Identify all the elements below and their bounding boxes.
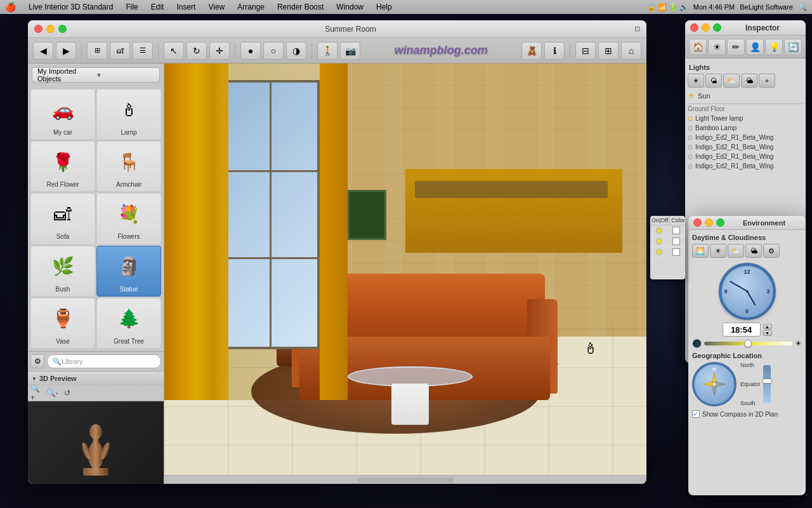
object-statue[interactable]: 🗿 Statue xyxy=(96,246,161,297)
view-menu[interactable]: View xyxy=(206,2,227,12)
color-swatch-2[interactable] xyxy=(672,237,680,245)
furniture-btn[interactable]: 🛋 xyxy=(110,42,130,60)
light-name-3: Indigo_Ed2_R1_Beta_Wing xyxy=(695,134,773,141)
onoff-toggle-1 xyxy=(652,227,667,234)
file-menu[interactable]: File xyxy=(123,2,140,12)
back-button[interactable]: ◀ xyxy=(33,42,53,60)
zoom-in-button[interactable]: 🔍+ xyxy=(30,387,43,399)
render-boost-menu[interactable]: Render Boost xyxy=(275,2,326,12)
env-close-btn[interactable] xyxy=(693,218,702,227)
latitude-slider-handle[interactable] xyxy=(762,378,772,384)
object-lamp[interactable]: 🕯 Lamp xyxy=(96,89,161,140)
light-item-2[interactable]: Bamboo Lamp xyxy=(688,123,803,133)
objects-dropdown[interactable]: My Imported Objects ▼ xyxy=(32,67,160,83)
info-btn[interactable]: ℹ xyxy=(544,42,565,60)
select-tool[interactable]: ↖ xyxy=(164,42,184,60)
object-armchair[interactable]: 🪑 Armchair xyxy=(96,141,161,192)
onoff-header: On|Off Color xyxy=(650,216,685,225)
light-indicator-3[interactable] xyxy=(656,249,662,255)
env-btn-custom[interactable]: ⚙ xyxy=(763,244,780,258)
brightness-handle[interactable] xyxy=(744,340,752,347)
env-min-btn[interactable] xyxy=(705,218,713,227)
light-mode-btn-3[interactable]: ⛅ xyxy=(723,74,740,88)
light-indicator-1[interactable] xyxy=(656,227,662,234)
object-flowers[interactable]: 💐 Flowers xyxy=(96,193,161,244)
preview-header[interactable]: ▼ 3D Preview xyxy=(28,371,164,385)
forward-button[interactable]: ▶ xyxy=(56,42,76,60)
light-item-5[interactable]: Indigo_Ed2_R1_Beta_Wing xyxy=(688,152,803,161)
floor-plan-btn[interactable]: ⊞ xyxy=(87,42,107,60)
env-btn-day[interactable]: ☀ xyxy=(710,244,726,258)
arc-tool[interactable]: ◑ xyxy=(286,42,306,60)
env-btn-cloud[interactable]: ⛅ xyxy=(728,244,744,258)
object-vase[interactable]: 🏺 Vase xyxy=(30,298,95,349)
view-3d-btn[interactable]: ⌂ xyxy=(621,42,641,60)
inspector-close-btn[interactable] xyxy=(690,23,698,32)
insp-btn-4[interactable]: 👤 xyxy=(746,39,764,55)
object-bush[interactable]: 🌿 Bush xyxy=(30,246,95,297)
latitude-section: North Equator South xyxy=(740,362,802,406)
light-mode-btn-1[interactable]: ☀ xyxy=(688,74,704,88)
inspector-min-btn[interactable] xyxy=(702,23,710,32)
time-increment-btn[interactable]: ▲ xyxy=(763,324,772,330)
insp-btn-3[interactable]: ✏ xyxy=(727,39,745,55)
list-btn[interactable]: ☰ xyxy=(133,42,153,60)
person-tool[interactable]: 🚶 xyxy=(317,42,337,60)
light-indicator-2[interactable] xyxy=(656,238,662,244)
library-search[interactable]: 🔍 Library xyxy=(47,354,161,368)
light-item-4[interactable]: Indigo_Ed2_R1_Beta_Wing xyxy=(688,142,803,152)
insp-btn-1[interactable]: 🏠 xyxy=(689,39,707,55)
move-tool[interactable]: ✛ xyxy=(209,42,230,60)
camera-tool[interactable]: 📷 xyxy=(340,42,360,60)
time-input-field[interactable]: 18:54 xyxy=(723,323,761,337)
help-menu[interactable]: Help xyxy=(374,2,395,12)
object-great-tree[interactable]: 🌲 Great Tree xyxy=(96,298,161,349)
light-item-3[interactable]: Indigo_Ed2_R1_Beta_Wing xyxy=(688,133,803,142)
insp-btn-6[interactable]: 🔄 xyxy=(784,39,802,55)
eye-tool[interactable]: ○ xyxy=(263,42,284,60)
light-mode-btn-2[interactable]: 🌤 xyxy=(705,74,722,88)
color-swatch-3[interactable] xyxy=(672,248,680,256)
env-max-btn[interactable] xyxy=(716,218,724,227)
rotate-tool[interactable]: ↻ xyxy=(187,42,207,60)
maximize-button[interactable] xyxy=(58,25,67,33)
object-sofa[interactable]: 🛋 Sofa xyxy=(30,193,95,244)
light-item-1[interactable]: Light Tower lamp xyxy=(688,114,803,123)
search-icon[interactable]: 🔍 xyxy=(798,3,807,11)
env-btn-overcast[interactable]: 🌥 xyxy=(745,244,762,258)
object-red-flower[interactable]: 🌹 Red Flower xyxy=(30,141,95,192)
view-2d-btn[interactable]: ⊟ xyxy=(575,42,596,60)
bush-icon: 🌿 xyxy=(45,249,81,284)
edit-menu[interactable]: Edit xyxy=(148,2,167,12)
time-decrement-btn[interactable]: ▼ xyxy=(763,330,772,336)
close-button[interactable] xyxy=(34,25,43,33)
view-split-btn[interactable]: ⊞ xyxy=(598,42,619,60)
circle-tool[interactable]: ● xyxy=(240,42,261,60)
app-name[interactable]: Live Interior 3D Standard xyxy=(26,2,115,12)
insert-menu[interactable]: Insert xyxy=(174,2,198,12)
light-item-6[interactable]: Indigo_Ed2_R1_Beta_Wing xyxy=(688,161,803,171)
arrange-menu[interactable]: Arrange xyxy=(235,2,267,12)
color-swatch-1[interactable] xyxy=(672,227,680,234)
window-close-icon[interactable]: ⊡ xyxy=(634,25,640,33)
scrollbar-thumb[interactable] xyxy=(357,478,454,483)
latitude-slider-track[interactable] xyxy=(763,365,771,403)
env-btn-sunrise[interactable]: 🌅 xyxy=(692,244,709,258)
inspector-max-btn[interactable] xyxy=(713,23,721,32)
light-mode-btn-4[interactable]: 🌥 xyxy=(741,74,757,88)
zoom-out-button[interactable]: 🔍- xyxy=(46,387,58,399)
reset-view-button[interactable]: ↺ xyxy=(61,387,74,399)
horizontal-scrollbar[interactable] xyxy=(164,475,646,484)
main-canvas[interactable]: 🌿 🪴 xyxy=(164,64,646,484)
insp-btn-2[interactable]: ☀ xyxy=(708,39,726,55)
minimize-button[interactable] xyxy=(46,25,55,33)
object-my-car[interactable]: 🚗 My car xyxy=(30,89,95,140)
window-menu[interactable]: Window xyxy=(334,2,366,12)
settings-gear-button[interactable]: ⚙ xyxy=(30,354,44,368)
light-mode-btn-5[interactable]: + xyxy=(759,74,775,88)
insp-btn-5[interactable]: 💡 xyxy=(765,39,783,55)
apple-menu[interactable]: 🍎 xyxy=(5,2,16,12)
brightness-slider[interactable] xyxy=(704,342,792,345)
show-compass-checkbox[interactable]: ✓ xyxy=(692,410,700,418)
furniture-3d-btn[interactable]: 🧸 xyxy=(521,42,542,60)
